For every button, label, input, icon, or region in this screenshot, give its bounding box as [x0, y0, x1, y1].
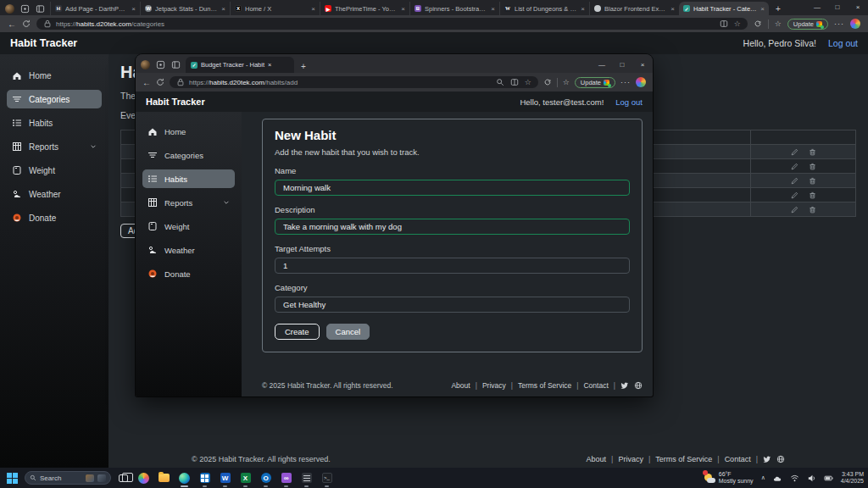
browser-essentials-icon[interactable] — [543, 78, 552, 86]
sidebar-item-reports[interactable]: Reports — [7, 137, 102, 156]
volume-icon[interactable] — [807, 474, 816, 483]
minimize-button[interactable]: — — [807, 0, 827, 15]
copilot-button[interactable] — [136, 470, 152, 486]
browser-tab[interactable]: W Jetpack Stats - Dungeon Ma × — [140, 2, 230, 15]
taskbar-clock[interactable]: 3:43 PM 4/4/2025 — [841, 471, 864, 485]
workspaces-icon[interactable] — [156, 60, 165, 69]
update-button[interactable]: Update — [787, 19, 828, 30]
start-button[interactable] — [4, 470, 20, 486]
profile-avatar-icon[interactable] — [5, 4, 14, 14]
edit-pencil-icon[interactable] — [791, 148, 798, 156]
refresh-icon[interactable] — [156, 78, 164, 86]
tab-close-icon[interactable]: × — [221, 5, 225, 13]
sidebar-item-categories[interactable]: Categories — [142, 146, 235, 164]
sidebar-item-weather[interactable]: Weather — [7, 185, 102, 203]
edge-browser-button[interactable] — [176, 470, 192, 486]
taskbar-search[interactable] — [25, 471, 111, 485]
maximize-button[interactable]: □ — [612, 58, 632, 73]
outlook-button[interactable]: O — [258, 470, 274, 486]
sidebar-item-habits[interactable]: Habits — [7, 114, 102, 132]
refresh-icon[interactable] — [22, 19, 31, 28]
delete-trash-icon[interactable] — [809, 163, 816, 170]
cancel-button[interactable]: Cancel — [326, 324, 370, 340]
back-icon[interactable]: ← — [8, 19, 16, 29]
tab-actions-icon[interactable] — [171, 60, 181, 69]
browser-profile-icon[interactable] — [850, 19, 860, 29]
tab-actions-icon[interactable] — [36, 4, 45, 14]
sidebar-item-donate[interactable]: Donate — [142, 264, 235, 283]
search-input[interactable] — [40, 474, 82, 482]
sidebar-item-weather[interactable]: Weather — [142, 241, 235, 259]
sidebar-item-donate[interactable]: Donate — [7, 208, 102, 227]
footer-link-privacy[interactable]: Privacy — [482, 381, 506, 390]
visual-studio-button[interactable]: ∞ — [278, 470, 294, 486]
edit-pencil-icon[interactable] — [791, 163, 798, 170]
edit-pencil-icon[interactable] — [791, 191, 798, 199]
sidebar-item-categories[interactable]: Categories — [7, 90, 102, 108]
tab-close-icon[interactable]: × — [311, 5, 315, 13]
url-bar[interactable]: https://habits.d20tek.com/categories ☆ — [36, 18, 748, 30]
tab-close-icon[interactable]: × — [268, 61, 271, 69]
sidebar-item-home[interactable]: Home — [142, 122, 235, 141]
twitter-icon[interactable] — [620, 381, 629, 390]
split-screen-icon[interactable] — [510, 78, 519, 86]
create-button[interactable]: Create — [275, 324, 320, 340]
browser-tab[interactable]: W List of Dungeons & Dragons × — [499, 2, 589, 15]
browser-tab[interactable]: H Add Page - DarthPedro's Bl × — [50, 2, 140, 15]
browser-tab[interactable]: ▶ ThePrimeTime - YouTube × — [320, 2, 409, 15]
footer-link-terms[interactable]: Terms of Service — [518, 381, 571, 390]
close-button[interactable]: × — [632, 58, 653, 73]
task-list-button[interactable] — [298, 470, 314, 486]
delete-trash-icon[interactable] — [809, 191, 816, 199]
globe-icon[interactable] — [634, 381, 643, 390]
wifi-icon[interactable] — [790, 474, 799, 483]
task-view-button[interactable] — [115, 470, 131, 486]
battery-icon[interactable] — [824, 474, 833, 483]
split-screen-icon[interactable] — [720, 19, 728, 28]
file-explorer-button[interactable] — [156, 470, 172, 486]
sidebar-item-weight[interactable]: Weight — [142, 217, 235, 236]
maximize-button[interactable]: □ — [827, 0, 848, 15]
hidden-icons-chevron[interactable]: ∧ — [761, 474, 765, 481]
favorite-star-icon[interactable]: ☆ — [525, 78, 531, 86]
profile-avatar-icon[interactable] — [141, 60, 150, 69]
workspaces-icon[interactable] — [20, 4, 30, 14]
site-brand[interactable]: Habit Tracker — [10, 37, 77, 49]
browser-tab-active[interactable]: ✓ Habit Tracker - Categories × — [679, 2, 769, 15]
tab-close-icon[interactable]: × — [760, 5, 765, 13]
footer-link-privacy[interactable]: Privacy — [618, 455, 643, 463]
tab-close-icon[interactable]: × — [670, 5, 675, 13]
browser-profile-icon[interactable] — [636, 77, 646, 87]
footer-link-contact[interactable]: Contact — [583, 381, 608, 390]
onedrive-cloud-icon[interactable] — [773, 474, 782, 483]
twitter-icon[interactable] — [763, 455, 771, 463]
browser-essentials-icon[interactable] — [754, 19, 762, 28]
browser-tab[interactable]: B Spinners - Bootstrap v5.3 × — [409, 2, 499, 15]
logout-link[interactable]: Log out — [615, 97, 643, 107]
tab-close-icon[interactable]: × — [581, 5, 585, 13]
update-button[interactable]: Update — [575, 77, 615, 88]
footer-link-contact[interactable]: Contact — [725, 455, 751, 463]
weather-widget[interactable]: 66°F Mostly sunny — [704, 471, 754, 485]
settings-menu-icon[interactable]: ··· — [620, 78, 631, 86]
delete-trash-icon[interactable] — [809, 206, 816, 214]
delete-trash-icon[interactable] — [809, 177, 816, 185]
footer-link-about[interactable]: About — [451, 381, 470, 390]
tab-close-icon[interactable]: × — [491, 5, 495, 13]
settings-menu-icon[interactable]: ··· — [834, 19, 844, 28]
word-button[interactable]: W — [217, 470, 233, 486]
microsoft-store-button[interactable] — [197, 470, 213, 486]
delete-trash-icon[interactable] — [809, 148, 816, 156]
edit-pencil-icon[interactable] — [791, 206, 798, 214]
browser-tab[interactable]: X Home / X × — [230, 2, 320, 15]
tab-close-icon[interactable]: × — [401, 5, 405, 13]
sidebar-item-home[interactable]: Home — [7, 66, 102, 85]
site-brand[interactable]: Habit Tracker — [146, 97, 205, 107]
category-field[interactable] — [275, 297, 630, 313]
sidebar-item-reports[interactable]: Reports — [142, 193, 235, 212]
search-icon[interactable] — [496, 78, 504, 86]
new-tab-button[interactable]: + — [769, 4, 787, 15]
close-button[interactable]: × — [848, 0, 868, 15]
back-icon[interactable]: ← — [142, 78, 151, 87]
target-attempts-field[interactable] — [275, 258, 630, 274]
